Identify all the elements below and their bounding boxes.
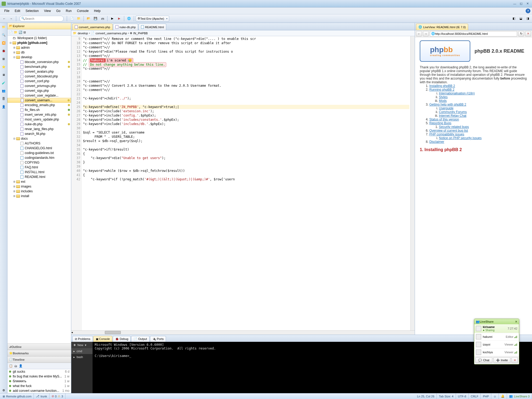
menu-view[interactable]: View (41, 8, 53, 14)
search-input[interactable]: 🔍 (19, 16, 64, 22)
run-button[interactable]: ▶ (109, 15, 115, 22)
tree-item[interactable]: COPYING (7, 160, 71, 165)
timeline-item[interactable]: бляяяять1 w (7, 379, 71, 384)
status-smiley[interactable]: ☺ (491, 393, 499, 399)
editor-tab[interactable]: nuke-db.php (113, 24, 138, 30)
tree-item[interactable]: ⊞images (7, 184, 71, 189)
nav-forward-button[interactable]: → (8, 15, 14, 22)
tree-item[interactable]: CHANGELOG.html (7, 146, 71, 151)
new-file-button[interactable]: 📄 (69, 15, 75, 22)
menu-console[interactable]: Console (74, 8, 91, 14)
tree-item[interactable]: README.html (7, 174, 71, 179)
extensions-icon[interactable]: ⊞ (1, 56, 7, 62)
explorer-icon[interactable]: 📁 (1, 24, 7, 30)
panel-tab-problems[interactable]: ⊘ Problems (72, 336, 93, 342)
tree-item[interactable]: ⊟phpbb [github.com] (7, 40, 71, 45)
liveshare-close-icon[interactable]: ✕ (515, 320, 517, 323)
new-file-icon[interactable]: 📄 (9, 31, 13, 34)
session-bash[interactable]: ▸ bash (71, 354, 93, 360)
tree-item[interactable]: ⊞ext (7, 179, 71, 184)
open-button[interactable]: 📂 (85, 15, 92, 22)
horizontal-scrollbar[interactable]: ◂ (71, 330, 415, 335)
db-icon[interactable]: 🗄 (1, 96, 7, 102)
liveshare-user[interactable]: kochiyaViewer (474, 348, 519, 356)
search-icon[interactable]: 🔍 (1, 32, 7, 38)
tree-item[interactable]: INSTALL.html (7, 170, 71, 174)
menu-edit[interactable]: Edit (12, 8, 23, 14)
timeline-item[interactable]: fix bug that nukes the entire MyS...1 w (7, 374, 71, 379)
tree-item[interactable]: convert_privmsgs.php (7, 84, 71, 88)
remote-icon[interactable]: 🖥 (1, 72, 7, 78)
menu-help[interactable]: Help (91, 8, 103, 14)
timeline-item[interactable]: add convert username function...1 mo (7, 388, 71, 393)
menu-run[interactable]: Run (63, 8, 74, 14)
tree-item[interactable]: coding-guidelines.txt (7, 151, 71, 155)
status-language[interactable]: PHP (481, 393, 491, 399)
status-remote[interactable]: 🖥 Remote github.com (0, 393, 34, 399)
search-field[interactable] (25, 17, 62, 20)
settings-icon[interactable]: ⚙ (1, 387, 7, 393)
tree-item[interactable]: benchmark.php (7, 64, 71, 69)
timeline-sort-icon[interactable]: 🗂 (14, 364, 17, 368)
outline-header[interactable]: ⊿ Outline (7, 344, 71, 350)
menu-selection[interactable]: Selection (23, 8, 41, 14)
tree-item[interactable]: AUTHORS (7, 141, 71, 146)
status-errors[interactable]: ⊘ 0 ⚠ 3 (49, 393, 65, 399)
panel-tab-output[interactable]: 📄 Output (131, 336, 149, 342)
status-eol[interactable]: CRLF (469, 393, 481, 399)
tree-item[interactable]: convert_bbcodeuid.php (7, 74, 71, 79)
close-button[interactable]: ✕ (525, 1, 530, 6)
liveshare-user[interactable]: izayoiViewer (474, 341, 519, 348)
preview-forward-button[interactable]: → (423, 31, 429, 36)
minimize-button[interactable]: — (512, 1, 518, 6)
menu-go[interactable]: Go (53, 8, 63, 14)
tree-item[interactable]: ⊟develop (7, 55, 71, 60)
editor-tab[interactable]: convert_usernames.php (72, 24, 113, 30)
browser-button[interactable]: 🌐 (126, 15, 132, 22)
timeline-item[interactable]: git sucks6 d (7, 369, 71, 374)
liveshare-icon[interactable]: 👥 (1, 88, 7, 94)
nav-back-button[interactable]: ← (1, 15, 7, 22)
scm-icon[interactable]: 🔀 (1, 40, 7, 46)
tree-item[interactable]: convert_sigs.php (7, 88, 71, 93)
panel-tab-console[interactable]: ▣ Console (93, 336, 112, 342)
tree-item[interactable]: revar_lang_files.php (7, 127, 71, 131)
tree-item[interactable]: ⊞admin (7, 45, 71, 50)
tree-item[interactable]: convert_conf.php (7, 79, 71, 84)
status-liveshare[interactable]: 👥 LiveShare 3 (507, 393, 532, 399)
terminal[interactable]: Microsoft Windows [Version 6.0.6000] Cop… (93, 342, 532, 393)
tree-item[interactable]: encoding_emails.php (7, 103, 71, 107)
tree-item[interactable]: convert_avatars.php (7, 69, 71, 74)
preview-content[interactable]: phpphpbbbbcreating communities phpBB 2.0… (415, 37, 532, 335)
test-icon[interactable]: 🧪 (1, 80, 7, 86)
bookmarks-header[interactable]: ⭐ Bookmarks (7, 350, 71, 356)
bookmarks-icon[interactable]: ⭐ (1, 64, 7, 70)
tree-item[interactable]: bbcode_conversion.php (7, 60, 71, 64)
chat-button[interactable]: 💬 Chat (475, 357, 492, 363)
code-editor[interactable]: 9 10 11 12 13 14 15 16 17 18 19 20 21 22… (71, 36, 415, 330)
save-all-button[interactable]: 🗃 (99, 15, 106, 22)
help-icon[interactable]: ? (526, 9, 530, 13)
debug-icon[interactable]: 🐞 (1, 48, 7, 54)
tree-item[interactable]: 🗀Workspace (1 folder) (7, 36, 71, 40)
panel-tab-ports[interactable]: 🔌 Ports (150, 336, 166, 342)
panel-tab-debug[interactable]: 🐞 Debug (113, 336, 131, 342)
status-branch[interactable]: ⎇ trunk (34, 393, 49, 399)
new-folder-button[interactable]: 📁 (76, 15, 82, 22)
refresh-icon[interactable]: 🔄 (19, 31, 22, 34)
save-button[interactable]: 💾 (92, 15, 99, 22)
preview-back-button[interactable]: ← (416, 31, 422, 36)
status-cursor[interactable]: Ln 25, Col 26 (415, 393, 437, 399)
editor-tab[interactable]: README.html (139, 24, 166, 30)
session-cmd[interactable]: ▸ cmd (71, 348, 93, 354)
preview-refresh-button[interactable]: ↻ (518, 31, 524, 36)
collapse-icon[interactable]: ⊟ (23, 31, 26, 34)
run-config-combo[interactable]: ⚙ Test Env (Apache) (136, 16, 169, 22)
layout-bottom-icon[interactable]: ⬓ (518, 15, 524, 22)
tree-item[interactable]: ⊞db (7, 50, 71, 55)
tree-item[interactable]: insert_server_info.php (7, 112, 71, 117)
layout-left-icon[interactable]: ◧ (511, 15, 517, 22)
stop-share-button[interactable]: ✕ (512, 357, 518, 363)
preview-stop-button[interactable]: ✕ (525, 31, 531, 36)
timeline-item[interactable]: what the fuck1 w (7, 384, 71, 388)
